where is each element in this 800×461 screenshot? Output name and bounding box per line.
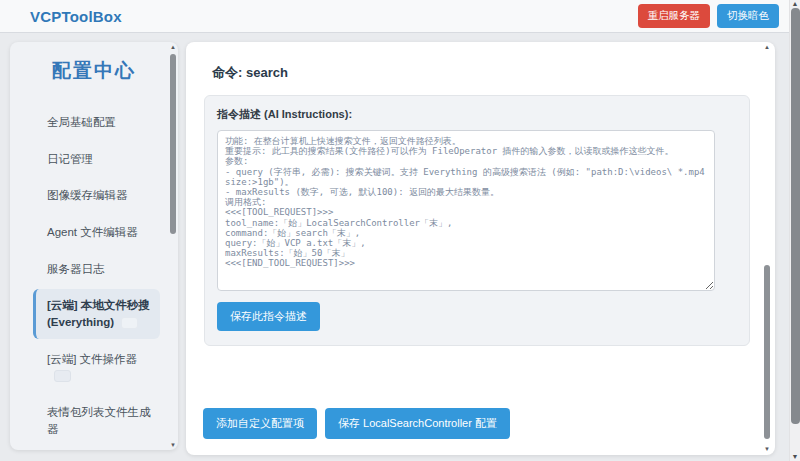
sidebar-item-sublabel-wrap: (Everything) <box>47 316 114 328</box>
sidebar-item-label: Agent 文件编辑器 <box>47 226 138 238</box>
sidebar-item[interactable]: [云端] 本地文件秒搜(Everything) <box>33 289 160 338</box>
sidebar-item-sublabel: (Everything) <box>47 316 114 328</box>
save-plugin-config-button[interactable]: 保存 LocalSearchController 配置 <box>325 408 510 439</box>
instruction-label: 指令描述 (AI Instructions): <box>217 107 737 122</box>
scroll-up-icon[interactable]: ▲ <box>763 44 771 50</box>
sidebar-item[interactable]: 日记管理 <box>33 143 160 176</box>
command-title: 命令: search <box>212 64 757 82</box>
sidebar-item[interactable]: 表情包列表文件生成器 <box>33 396 160 445</box>
plugin-toggle[interactable] <box>121 317 138 329</box>
save-instruction-button[interactable]: 保存此指令描述 <box>217 302 320 331</box>
sidebar-item-label: [云端] 文件操作器 <box>47 353 137 365</box>
restart-server-button[interactable]: 重启服务器 <box>638 4 711 28</box>
scroll-down-icon[interactable]: ▼ <box>790 454 800 460</box>
sidebar-scrollbar-thumb[interactable] <box>170 54 176 234</box>
app-title: VCPToolBox <box>30 8 122 25</box>
sidebar-item[interactable]: [云端] 文件操作器 <box>33 343 160 392</box>
bottom-buttons: 添加自定义配置项 保存 LocalSearchController 配置 <box>203 408 510 439</box>
window-scrollbar-thumb[interactable] <box>791 8 800 424</box>
plugin-toggle[interactable] <box>54 370 71 382</box>
main-content-scrollbar[interactable]: ▲ ▼ <box>763 44 771 452</box>
sidebar-scrollbar[interactable]: ▲ ▼ <box>169 44 177 448</box>
scroll-up-icon[interactable]: ▲ <box>169 44 177 50</box>
sidebar-item[interactable]: 服务器日志 <box>33 253 160 286</box>
instruction-textarea[interactable]: 功能: 在整台计算机上快速搜索文件，返回文件路径列表。 重要提示: 此工具的搜索… <box>217 130 715 291</box>
theme-toggle-button[interactable]: 切换暗色 <box>717 4 779 28</box>
sidebar-item-label: 服务器日志 <box>47 263 105 275</box>
sidebar-item[interactable]: 代理消息推送插件 <box>33 449 160 450</box>
scroll-down-icon[interactable]: ▼ <box>169 442 177 448</box>
sidebar-title: 配置中心 <box>10 58 178 84</box>
sidebar-item-label: 表情包列表文件生成器 <box>47 406 151 435</box>
config-main-panel: 命令: search 指令描述 (AI Instructions): 功能: 在… <box>186 42 775 455</box>
instruction-panel: 指令描述 (AI Instructions): 功能: 在整台计算机上快速搜索文… <box>204 95 750 346</box>
sidebar-item[interactable]: 图像缓存编辑器 <box>33 179 160 212</box>
sidebar-nav: 全局基础配置日记管理图像缓存编辑器Agent 文件编辑器服务器日志[云端] 本地… <box>10 106 178 450</box>
app-header: VCPToolBox 重启服务器 切换暗色 <box>0 0 789 33</box>
sidebar: 配置中心 全局基础配置日记管理图像缓存编辑器Agent 文件编辑器服务器日志[云… <box>10 42 178 450</box>
sidebar-item[interactable]: Agent 文件编辑器 <box>33 216 160 249</box>
sidebar-item-label: 全局基础配置 <box>47 116 116 128</box>
sidebar-item-label: 日记管理 <box>47 153 93 165</box>
header-actions: 重启服务器 切换暗色 <box>638 4 780 28</box>
add-custom-config-button[interactable]: 添加自定义配置项 <box>203 408 317 439</box>
sidebar-item-label: 图像缓存编辑器 <box>47 189 128 201</box>
sidebar-item[interactable]: 全局基础配置 <box>33 106 160 139</box>
main-content-scrollbar-thumb[interactable] <box>764 265 770 439</box>
window-scrollbar[interactable]: ▲ ▼ <box>789 0 800 461</box>
sidebar-item-label: [云端] 本地文件秒搜 <box>47 299 150 311</box>
scroll-down-icon[interactable]: ▼ <box>763 446 771 452</box>
scroll-up-icon[interactable]: ▲ <box>790 1 800 7</box>
